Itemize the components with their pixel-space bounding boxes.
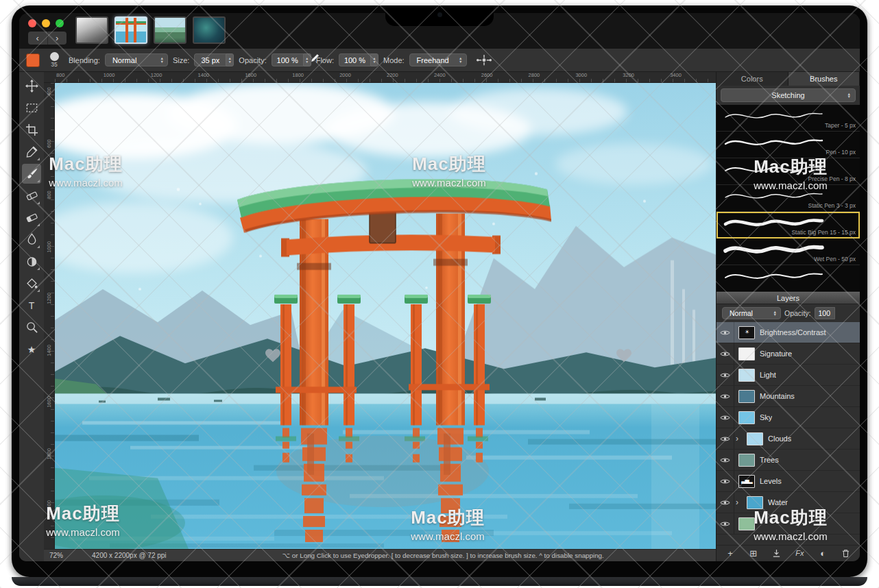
layer-thumbnail [747,496,763,509]
adjustment-button[interactable]: ◐ [816,549,830,558]
active-color-swatch[interactable] [26,53,40,67]
layer-visibility-toggle[interactable] [717,322,734,343]
merge-down-button[interactable] [770,549,784,558]
brush-preset[interactable]: Pen - 10 px [717,132,860,158]
layer-row[interactable]: Sky [717,407,860,428]
eye-icon [720,478,730,485]
group-expand-chevron-icon[interactable] [736,498,743,506]
layer-visibility-toggle[interactable] [717,365,734,385]
brush-name: Wet Pen - 50 px [814,256,856,262]
mode-value: Freehand [417,56,449,64]
laptop-notch [385,5,494,26]
brush-stroke-preview [722,268,825,284]
layer-visibility-toggle[interactable] [717,471,734,491]
blending-select[interactable]: Normal [105,53,168,66]
ruler-tick-label: 800 [44,186,54,238]
symmetry-icon[interactable] [476,54,492,66]
close-button[interactable] [28,19,36,27]
layer-visibility-toggle[interactable] [717,513,734,534]
mode-select[interactable]: Freehand [409,53,467,66]
layer-row[interactable] [717,513,860,535]
layer-row[interactable]: Light [717,365,860,386]
layer-visibility-toggle[interactable] [717,492,734,513]
layer-blend-select[interactable]: Normal [722,307,781,319]
fill-tool[interactable] [22,273,41,293]
group-expand-chevron-icon[interactable] [736,434,743,443]
pencil-cursor-icon [310,53,320,63]
canvas-artwork [55,83,716,549]
layer-row[interactable]: ▃▅▂ Levels [717,471,860,492]
document-thumbnail-4[interactable] [193,16,226,44]
layer-visibility-toggle[interactable] [717,343,734,364]
minimize-button[interactable] [42,19,50,27]
delete-layer-button[interactable] [839,549,853,558]
text-tool[interactable]: T [22,295,41,315]
panel-tab[interactable]: Colors [717,72,788,86]
add-layer-button[interactable]: + [723,549,737,558]
forward-button[interactable]: › [48,32,67,45]
panel-tab[interactable]: Brushes [788,72,860,86]
brush-options-toolbar: 35 Blending: Normal Size: 35 px Opacity:… [19,49,860,72]
smudge-tool[interactable] [22,230,41,249]
zoom-tool[interactable] [22,317,41,337]
brush-preset[interactable] [717,265,860,292]
size-stepper[interactable] [226,53,234,66]
brush-category-row: Sketching [717,86,860,105]
layer-row[interactable]: Trees [717,450,860,471]
size-input[interactable]: 35 px [194,53,226,66]
brush-category-value: Sketching [771,91,804,99]
canvas[interactable] [55,83,716,549]
crop-tool[interactable] [22,120,41,140]
flood-erase-tool[interactable] [22,208,41,228]
move-tool[interactable] [22,76,41,96]
layer-blend-row: Normal Opacity: 100 [717,304,860,322]
document-thumbnail-2-active[interactable] [115,16,147,44]
layer-visibility-toggle[interactable] [717,407,734,428]
laptop-hinge [12,577,867,586]
blur-tool[interactable] [22,252,41,271]
open-documents [75,16,226,44]
flow-stepper[interactable] [370,53,378,66]
document-thumbnail-1[interactable] [75,16,108,44]
panel-tabs: Colors Brushes [717,72,860,86]
add-group-button[interactable]: ⊞ [747,549,760,558]
brush-name: Precise Pen - 8 px [808,175,856,182]
layer-row[interactable]: Water [717,492,860,513]
ruler-tick-label: 1000 [102,72,149,82]
brush-preset[interactable]: Static Big Pen 15 - 15 px [717,212,860,238]
back-button[interactable]: ‹ [28,32,48,45]
zoom-level[interactable]: 72% [49,552,63,559]
layer-panel-buttons: + ⊞ Fx ◐ [717,545,860,561]
layer-thumbnail [738,454,755,467]
brush-preset[interactable]: Wet Pen - 50 px [717,238,860,265]
app-window: ‹ › 35 Blending: Normal Size: [19,13,860,561]
document-thumbnail-3[interactable] [154,16,186,44]
flow-input[interactable]: 100 % [339,53,370,66]
layer-effects-button[interactable]: Fx [793,550,806,557]
layer-thumbnail: ▃▅▂ [738,475,755,488]
color-picker-tool[interactable] [22,142,41,162]
layer-row[interactable]: Mountains [717,386,860,407]
window-controls [28,19,64,27]
chevron-updown-icon [847,93,851,99]
layer-opacity-input[interactable]: 100 [815,307,835,319]
layer-visibility-toggle[interactable] [717,386,734,406]
fullscreen-button[interactable] [56,19,64,27]
layer-row[interactable]: Clouds [717,428,860,450]
layer-visibility-toggle[interactable] [717,428,734,449]
brush-category-select[interactable]: Sketching [721,88,856,102]
paint-brush-tool[interactable] [22,164,41,184]
layer-row[interactable]: Signature [717,343,860,365]
erase-tool[interactable] [22,186,41,206]
star-shape-tool[interactable]: ★ [22,339,41,359]
brush-preset[interactable]: Precise Pen - 8 px [717,158,860,185]
brush-preset[interactable]: Taper - 5 px [717,105,860,132]
opacity-input[interactable]: 100 % [272,53,303,66]
layer-visibility-toggle[interactable] [717,450,734,470]
marquee-select-tool[interactable] [22,98,41,118]
brush-list: Taper - 5 px Pen - 10 px Precise Pen - 8… [717,105,860,292]
layer-row[interactable]: ☀ Brightness/Contrast [717,322,860,343]
right-panel: Colors Brushes Sketching Taper [716,72,860,561]
brush-size-badge: 35 [51,61,57,68]
brush-preset[interactable]: Static Pen 3 - 3 px [717,185,860,212]
